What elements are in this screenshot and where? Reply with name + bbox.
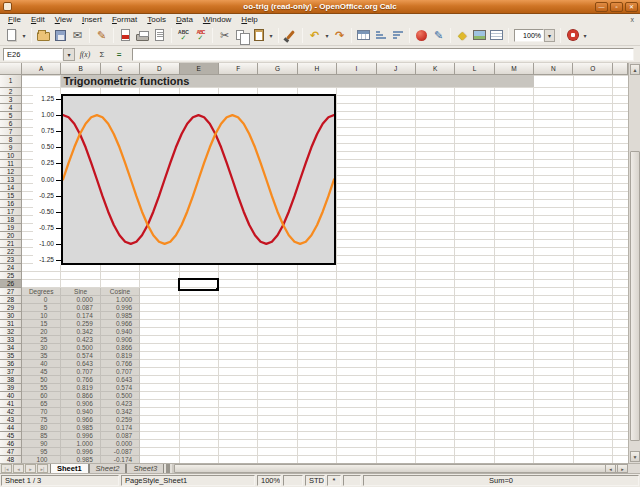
row-header-3[interactable]: 3 [0, 96, 22, 104]
cell-cosine[interactable]: -0.174 [101, 456, 140, 463]
sheet-tab-sheet2[interactable]: Sheet2 [89, 464, 127, 474]
cell-sine[interactable]: 0.500 [61, 344, 100, 352]
cell-sine[interactable]: 0.259 [61, 320, 100, 328]
column-header-M[interactable]: M [495, 63, 534, 75]
cell-cosine[interactable]: 0.000 [101, 440, 140, 448]
name-box-dropdown-icon[interactable]: ▾ [63, 48, 75, 61]
menu-window[interactable]: Window [198, 14, 236, 25]
scroll-up-icon[interactable]: ▲ [630, 64, 640, 75]
function-wizard-button[interactable]: f(x) [78, 48, 92, 61]
column-header-O[interactable]: O [573, 63, 612, 75]
cell-sine[interactable]: 0.000 [61, 296, 100, 304]
row-header-19[interactable]: 19 [0, 224, 22, 232]
row-header-5[interactable]: 5 [0, 112, 22, 120]
trig-chart-object[interactable]: 1.251.000.750.500.250.00-0.25-0.50-0.75-… [33, 94, 336, 265]
column-header-D[interactable]: D [140, 63, 179, 75]
spreadsheet-grid[interactable]: Trigonometric functions 1.251.000.750.50… [22, 75, 628, 463]
cell-sine[interactable]: 0.087 [61, 304, 100, 312]
undo-button[interactable]: ↶ [306, 26, 323, 44]
cell-sine[interactable]: 0.574 [61, 352, 100, 360]
cell-degrees[interactable]: 20 [22, 328, 61, 336]
new-document-button[interactable] [3, 26, 20, 44]
title-cell-band[interactable]: Trigonometric functions [61, 75, 534, 87]
horizontal-scrollbar[interactable]: ◂ ▸ [172, 464, 628, 474]
function-button[interactable]: = [112, 48, 126, 61]
sheet-tab-sheet1[interactable]: Sheet1 [50, 464, 89, 474]
spellcheck-button[interactable]: ABC✓ [175, 26, 192, 44]
document-close-icon[interactable]: x [631, 14, 635, 25]
cell-degrees[interactable]: 95 [22, 448, 61, 456]
row-header-35[interactable]: 35 [0, 352, 22, 360]
tab-nav-first-icon[interactable]: |◂ [1, 464, 12, 473]
row-header-33[interactable]: 33 [0, 336, 22, 344]
cell-cosine[interactable]: 0.866 [101, 344, 140, 352]
cell-degrees[interactable]: 45 [22, 368, 61, 376]
cell-cosine[interactable]: 0.423 [101, 400, 140, 408]
row-header-42[interactable]: 42 [0, 408, 22, 416]
row-header-37[interactable]: 37 [0, 368, 22, 376]
formula-input[interactable] [132, 48, 634, 61]
sort-descending-button[interactable] [389, 26, 406, 44]
cell-cosine[interactable]: 0.342 [101, 408, 140, 416]
menu-file[interactable]: File [3, 14, 26, 25]
cell-degrees[interactable]: 70 [22, 408, 61, 416]
tab-nav-last-icon[interactable]: ▸| [37, 464, 48, 473]
row-header-9[interactable]: 9 [0, 144, 22, 152]
menu-edit[interactable]: Edit [26, 14, 50, 25]
cell-sine[interactable]: 0.996 [61, 432, 100, 440]
row-header-2[interactable]: 2 [0, 88, 22, 96]
cell-degrees[interactable]: 100 [22, 456, 61, 463]
cell-degrees[interactable]: 35 [22, 352, 61, 360]
cell-sine[interactable]: 0.819 [61, 384, 100, 392]
row-header-46[interactable]: 46 [0, 440, 22, 448]
cell-degrees[interactable]: 80 [22, 424, 61, 432]
column-header-N[interactable]: N [534, 63, 573, 75]
clone-formatting-button[interactable] [282, 26, 299, 44]
row-header-20[interactable]: 20 [0, 232, 22, 240]
open-button[interactable] [35, 26, 52, 44]
column-header-E[interactable]: E [180, 63, 219, 75]
paste-dropdown-button[interactable]: ▾ [267, 26, 275, 44]
row-header-47[interactable]: 47 [0, 448, 22, 456]
print-button[interactable] [134, 26, 151, 44]
column-header-L[interactable]: L [455, 63, 494, 75]
cell-sine[interactable]: 0.423 [61, 336, 100, 344]
menu-help[interactable]: Help [236, 14, 262, 25]
undo-dropdown-button[interactable]: ▾ [323, 26, 331, 44]
name-box[interactable]: E26 [3, 48, 63, 61]
cell-degrees[interactable]: 90 [22, 440, 61, 448]
sort-ascending-button[interactable] [372, 26, 389, 44]
row-header-7[interactable]: 7 [0, 128, 22, 136]
cell-sine[interactable]: 0.342 [61, 328, 100, 336]
cell-degrees[interactable]: 15 [22, 320, 61, 328]
column-header-B[interactable]: B [61, 63, 100, 75]
export-pdf-button[interactable] [117, 26, 134, 44]
row-header-4[interactable]: 4 [0, 104, 22, 112]
cell-cosine[interactable]: 0.966 [101, 320, 140, 328]
column-header-H[interactable]: H [298, 63, 337, 75]
row-header-34[interactable]: 34 [0, 344, 22, 352]
new-dropdown-button[interactable]: ▾ [20, 26, 28, 44]
row-header-29[interactable]: 29 [0, 304, 22, 312]
cell-sine[interactable]: 0.985 [61, 456, 100, 463]
cell-sine[interactable]: 1.000 [61, 440, 100, 448]
row-header-17[interactable]: 17 [0, 208, 22, 216]
row-header-14[interactable]: 14 [0, 184, 22, 192]
cell-degrees[interactable]: 0 [22, 296, 61, 304]
cell-cosine[interactable]: -0.087 [101, 448, 140, 456]
zoom-combobox[interactable]: 100% ▾ [514, 29, 555, 42]
column-header-F[interactable]: F [219, 63, 258, 75]
row-header-12[interactable]: 12 [0, 168, 22, 176]
cell-cosine[interactable]: 1.000 [101, 296, 140, 304]
row-header-13[interactable]: 13 [0, 176, 22, 184]
row-header-41[interactable]: 41 [0, 400, 22, 408]
cell-sine[interactable]: 0.940 [61, 408, 100, 416]
row-header-27[interactable]: 27 [0, 288, 22, 296]
column-header-J[interactable]: J [377, 63, 416, 75]
cell-degrees[interactable]: 10 [22, 312, 61, 320]
cell-sine[interactable]: 0.966 [61, 416, 100, 424]
cell-degrees[interactable]: 25 [22, 336, 61, 344]
row-header-1[interactable]: 1 [0, 75, 22, 88]
row-header-31[interactable]: 31 [0, 320, 22, 328]
status-selection-mode[interactable]: STD [305, 475, 325, 486]
